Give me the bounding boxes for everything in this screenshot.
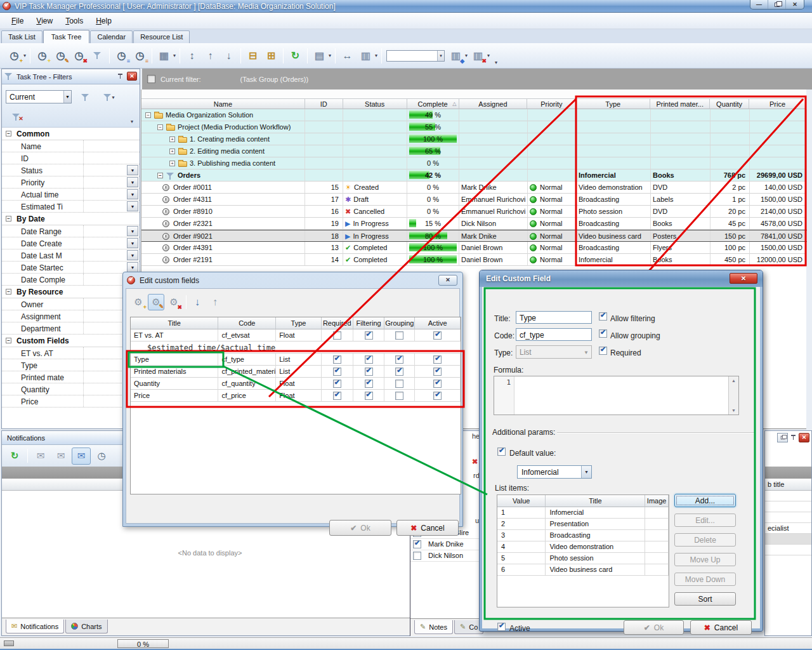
- column-header-complete[interactable]: Complete△: [407, 98, 459, 109]
- tab-task-tree[interactable]: Task Tree: [43, 30, 90, 44]
- chevron-down-icon[interactable]: ▼: [127, 250, 138, 260]
- move-up-icon[interactable]: ↑: [207, 294, 223, 310]
- close-button[interactable]: ✕: [786, 0, 804, 9]
- resource-checkbox[interactable]: [413, 540, 421, 548]
- default-value-checkbox[interactable]: [497, 448, 506, 456]
- filter-row-priority[interactable]: Priority▼: [2, 176, 140, 189]
- view-combo[interactable]: ▾: [386, 50, 445, 62]
- ok-button[interactable]: ✔Ok: [329, 520, 391, 536]
- scroll-up-icon[interactable]: ▲: [729, 378, 738, 383]
- export-button[interactable]: ▤: [311, 47, 328, 64]
- filter-section-by-date[interactable]: −By Date: [2, 213, 140, 225]
- checkbox[interactable]: [433, 355, 442, 364]
- ok-button[interactable]: ✔Ok: [624, 620, 684, 635]
- move-down-icon[interactable]: ↓: [189, 294, 206, 310]
- filter-row-name[interactable]: Name: [2, 140, 140, 152]
- resource-row-dick-nilson[interactable]: Dick Nilson: [410, 550, 480, 562]
- required-checkbox[interactable]: [599, 347, 607, 355]
- fit-columns-button[interactable]: ↔: [339, 47, 356, 64]
- task-list-view-button[interactable]: ◷≡: [113, 47, 130, 64]
- chevron-down-icon[interactable]: ▼: [127, 177, 138, 187]
- checkbox[interactable]: [433, 331, 442, 340]
- table-row-order-4391[interactable]: Order #439113✔Completed100 %Daniel Brown…: [141, 242, 807, 254]
- media-columns-button[interactable]: ▦: [155, 47, 173, 64]
- move-task-up-button[interactable]: ↑: [202, 47, 219, 64]
- filter-row-price[interactable]: Price: [2, 395, 140, 408]
- filter-row-type[interactable]: Type: [2, 359, 140, 371]
- expand-icon[interactable]: +: [169, 149, 175, 154]
- filter-row-date-comple[interactable]: Date Comple: [2, 274, 140, 286]
- checkbox[interactable]: [395, 368, 403, 376]
- filter-section-custom-fields[interactable]: −Custom Fields: [2, 335, 140, 347]
- save-filter-button[interactable]: ▾: [97, 89, 122, 105]
- mark-unread-button[interactable]: ✉: [51, 448, 70, 465]
- edit-task-button[interactable]: ◷✎: [52, 47, 69, 64]
- chevron-down-icon[interactable]: ▾: [375, 53, 377, 58]
- chevron-down-icon[interactable]: ▾: [173, 53, 176, 58]
- chevron-down-icon[interactable]: ▼: [127, 226, 138, 236]
- dialog-title-bar[interactable]: Edit Custom Field ✕: [480, 270, 763, 287]
- chevron-down-icon[interactable]: ▼: [127, 262, 138, 272]
- close-filters-button[interactable]: ✕: [127, 72, 137, 81]
- tab-calendar[interactable]: Calendar: [90, 30, 133, 43]
- filter-section-by-resource[interactable]: −By Resource: [2, 286, 140, 298]
- chevron-down-icon[interactable]: ▾: [487, 53, 490, 58]
- filter-row-printed-mate[interactable]: Printed mate: [2, 371, 140, 383]
- edit-field-button[interactable]: ⚙✎: [148, 294, 164, 310]
- delete-field-button[interactable]: ⚙✖: [166, 294, 182, 310]
- collapse-icon[interactable]: −: [157, 173, 163, 178]
- table-row-2-editing-media-content[interactable]: +2. Editing media content65 %: [141, 145, 807, 157]
- required-checkbox-cell[interactable]: [322, 329, 353, 342]
- cancel-button[interactable]: ✖Cancel: [690, 620, 752, 635]
- custom-field-row-price[interactable]: Pricecf_priceFloat: [131, 390, 461, 402]
- filter-row-date-range[interactable]: Date Range▼: [2, 225, 140, 237]
- grouping-checkbox-cell[interactable]: [384, 366, 415, 378]
- filter-row-assignment[interactable]: Assignment: [2, 310, 140, 322]
- menu-tools[interactable]: Tools: [59, 14, 89, 28]
- column-header-name[interactable]: Name: [141, 98, 305, 109]
- custom-field-row-et-vs-at[interactable]: ET vs. ATcf_etvsatFloat: [131, 329, 461, 342]
- grouping-checkbox-cell[interactable]: [384, 354, 415, 366]
- filter-row-quantity[interactable]: Quantity: [2, 383, 140, 395]
- checkbox[interactable]: [395, 355, 403, 364]
- active-checkbox-cell[interactable]: [415, 378, 461, 390]
- tab-notifications[interactable]: ✉Notifications: [6, 620, 64, 633]
- active-checkbox-cell[interactable]: [415, 329, 461, 342]
- active-checkbox-cell[interactable]: [415, 354, 461, 366]
- chevron-down-icon[interactable]: ▾: [465, 53, 468, 58]
- column-header-active[interactable]: Active: [415, 317, 461, 329]
- filter-row-estimated-ti[interactable]: Estimated Ti▼: [2, 201, 140, 213]
- delete-view-button[interactable]: ▥✖: [469, 47, 487, 64]
- column-header-id[interactable]: ID: [305, 98, 343, 109]
- chevron-down-icon[interactable]: ▾: [329, 53, 331, 58]
- filtering-checkbox-cell[interactable]: [353, 329, 385, 342]
- table-row-1-creating-media-content[interactable]: +1. Creating media content100 %: [141, 133, 807, 145]
- checkbox[interactable]: [333, 331, 341, 340]
- column-header-status[interactable]: Status: [343, 98, 407, 109]
- move-task-down-button[interactable]: ↓: [220, 47, 237, 64]
- checkbox[interactable]: [395, 380, 403, 388]
- move-up-button[interactable]: Move Up: [674, 553, 736, 566]
- column-header-image[interactable]: Image: [645, 495, 669, 507]
- minimize-button[interactable]: —: [750, 0, 768, 9]
- grouping-checkbox-cell[interactable]: [384, 378, 415, 390]
- checkbox[interactable]: [433, 380, 442, 388]
- active-checkbox-cell[interactable]: [415, 366, 461, 378]
- dialog-title-bar[interactable]: Edit custom fields ✕: [123, 272, 462, 288]
- scrollbar[interactable]: ▲ ▼: [728, 376, 738, 415]
- code-field[interactable]: cf_type: [516, 328, 592, 341]
- expand-icon[interactable]: +: [169, 136, 175, 142]
- delete-task-button[interactable]: ◷✖: [70, 47, 88, 64]
- collapse-icon[interactable]: −: [6, 338, 11, 343]
- grouping-checkbox-cell[interactable]: [384, 390, 415, 402]
- checkbox[interactable]: [333, 392, 341, 400]
- menu-help[interactable]: Help: [89, 14, 118, 28]
- collapse-icon[interactable]: −: [157, 124, 163, 130]
- refresh-button[interactable]: ↻: [287, 47, 304, 64]
- resource-row-mark-dnike[interactable]: Mark Dnike: [410, 539, 480, 550]
- edit-button[interactable]: Edit...: [674, 514, 736, 527]
- filter-row-department[interactable]: Department: [2, 322, 140, 335]
- chevron-down-icon[interactable]: ▼: [127, 238, 138, 248]
- move-down-button[interactable]: Move Down: [674, 573, 736, 586]
- sort-priority-button[interactable]: ◷≡: [131, 47, 148, 64]
